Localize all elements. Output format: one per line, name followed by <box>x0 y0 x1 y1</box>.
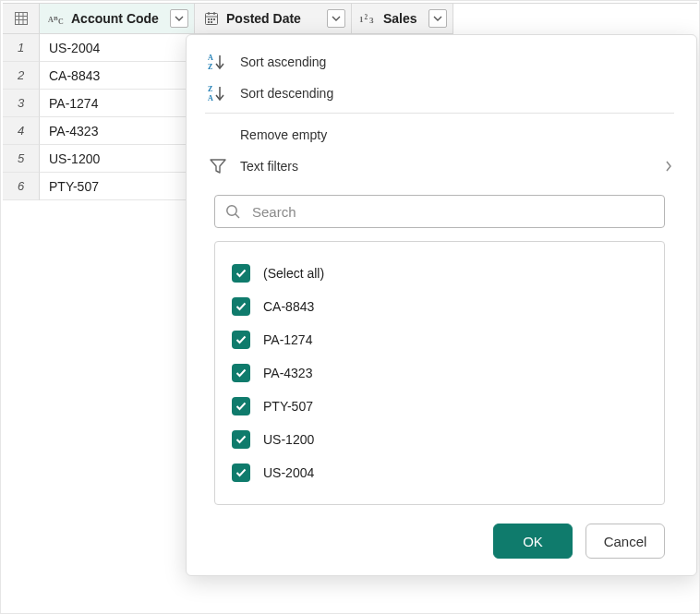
chevron-down-icon <box>332 16 341 21</box>
column-label: Sales <box>383 11 423 26</box>
column-header-posted-date[interactable]: Posted Date <box>195 4 352 34</box>
svg-text:3: 3 <box>369 16 374 25</box>
search-icon <box>224 203 241 220</box>
column-filter-toggle[interactable] <box>428 9 447 28</box>
svg-rect-14 <box>213 18 215 20</box>
menu-label: Sort descending <box>240 86 333 101</box>
menu-label: Remove empty <box>240 127 327 142</box>
filter-value-item[interactable]: US-1200 <box>232 423 647 456</box>
cell-account-code[interactable]: PA-4323 <box>40 117 195 145</box>
button-label: OK <box>523 534 543 549</box>
column-header-row: A B C Account Code <box>3 3 697 34</box>
checkbox-checked-icon[interactable] <box>232 297 250 316</box>
filter-value-item[interactable]: CA-8843 <box>232 290 647 323</box>
cell-account-code[interactable]: US-2004 <box>40 34 195 62</box>
filter-value-label: US-1200 <box>263 432 314 447</box>
checkbox-checked-icon[interactable] <box>232 397 250 415</box>
row-number[interactable]: 2 <box>3 62 40 90</box>
sort-descending-item[interactable]: Z A Sort descending <box>205 78 674 109</box>
row-number[interactable]: 5 <box>3 145 40 173</box>
app-frame: A B C Account Code <box>0 0 700 614</box>
svg-text:A: A <box>208 54 213 62</box>
column-label: Posted Date <box>226 11 321 26</box>
svg-rect-13 <box>211 18 212 20</box>
date-type-icon <box>202 9 221 28</box>
svg-text:Z: Z <box>208 85 212 93</box>
row-number[interactable]: 4 <box>3 117 40 145</box>
svg-rect-16 <box>211 21 212 23</box>
column-filter-panel: A Z Sort ascending Z A Sort descending <box>186 34 697 576</box>
filter-value-item[interactable]: PTY-507 <box>232 390 647 423</box>
menu-separator <box>205 113 674 114</box>
filter-value-item[interactable]: (Select all) <box>232 257 647 290</box>
svg-text:A: A <box>208 94 213 102</box>
filter-value-item[interactable]: US-2004 <box>232 456 647 489</box>
filter-value-label: PA-4323 <box>263 366 312 380</box>
svg-rect-12 <box>208 18 210 20</box>
sort-desc-icon: Z A <box>207 82 229 104</box>
menu-label: Text filters <box>240 159 298 174</box>
filter-values-list: (Select all)CA-8843PA-1274PA-4323PTY-507… <box>214 241 665 505</box>
column-filter-toggle[interactable] <box>170 9 188 28</box>
filter-search-box[interactable] <box>214 195 665 228</box>
filter-value-label: PTY-507 <box>263 399 313 414</box>
filter-value-label: PA-1274 <box>263 332 312 347</box>
filter-icon <box>207 155 229 177</box>
svg-point-26 <box>227 206 236 215</box>
chevron-right-icon <box>665 160 672 173</box>
cancel-button[interactable]: Cancel <box>585 524 665 559</box>
svg-text:Z: Z <box>208 63 212 71</box>
checkbox-checked-icon[interactable] <box>232 364 250 382</box>
column-header-sales[interactable]: 1 2 3 Sales <box>352 4 453 34</box>
cell-account-code[interactable]: PA-1274 <box>40 90 195 117</box>
cell-account-code[interactable]: US-1200 <box>40 145 195 173</box>
column-filter-toggle[interactable] <box>327 9 345 28</box>
svg-text:2: 2 <box>364 14 368 21</box>
checkbox-checked-icon[interactable] <box>232 464 250 482</box>
filter-value-label: (Select all) <box>263 266 324 281</box>
filter-value-label: US-2004 <box>263 465 314 480</box>
filter-value-item[interactable]: PA-4323 <box>232 356 647 390</box>
chevron-down-icon <box>433 16 442 21</box>
remove-empty-item[interactable]: Remove empty <box>205 119 674 150</box>
svg-text:1: 1 <box>359 15 364 24</box>
row-number[interactable]: 3 <box>3 90 40 117</box>
row-number[interactable]: 1 <box>3 34 40 62</box>
column-label: Account Code <box>71 11 164 26</box>
checkbox-checked-icon[interactable] <box>232 264 250 283</box>
select-all-corner[interactable] <box>3 4 40 34</box>
sort-ascending-item[interactable]: A Z Sort ascending <box>205 46 674 78</box>
chevron-down-icon <box>175 16 184 21</box>
text-filters-item[interactable]: Text filters <box>205 150 674 182</box>
sort-asc-icon: A Z <box>207 51 229 73</box>
column-header-account-code[interactable]: A B C Account Code <box>40 4 195 34</box>
ok-button[interactable]: OK <box>493 524 573 559</box>
blank-icon <box>207 124 229 146</box>
checkbox-checked-icon[interactable] <box>232 331 250 349</box>
filter-search-input[interactable] <box>250 203 655 221</box>
text-type-icon: A B C <box>47 9 66 28</box>
checkbox-checked-icon[interactable] <box>232 430 250 449</box>
button-label: Cancel <box>604 534 647 549</box>
dialog-buttons: OK Cancel <box>205 524 665 559</box>
cell-account-code[interactable]: CA-8843 <box>40 62 195 90</box>
svg-text:C: C <box>58 18 64 26</box>
filter-value-item[interactable]: PA-1274 <box>232 323 647 356</box>
menu-label: Sort ascending <box>240 54 326 69</box>
svg-line-27 <box>235 214 239 218</box>
svg-rect-15 <box>208 21 210 23</box>
table-icon <box>14 11 29 26</box>
filter-value-label: CA-8843 <box>263 299 314 314</box>
svg-rect-0 <box>15 13 27 25</box>
cell-account-code[interactable]: PTY-507 <box>40 173 195 200</box>
number-type-icon: 1 2 3 <box>359 9 378 28</box>
row-number[interactable]: 6 <box>3 173 40 200</box>
